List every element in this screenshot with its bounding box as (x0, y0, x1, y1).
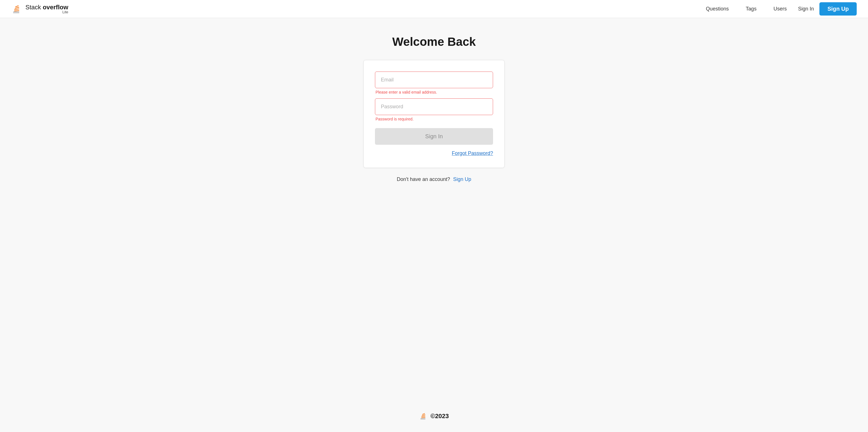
svg-rect-10 (422, 414, 426, 416)
logo-link[interactable]: Stack overflow Lite (11, 3, 68, 15)
footer-logo-icon (419, 412, 428, 421)
nav-questions[interactable]: Questions (706, 6, 729, 12)
signup-prompt-link[interactable]: Sign Up (453, 176, 471, 182)
password-group: Password is required. (375, 98, 493, 121)
page-title: Welcome Back (392, 35, 476, 49)
navbar-signup-button[interactable]: Sign Up (819, 2, 857, 16)
email-error: Please enter a valid email address. (375, 90, 493, 94)
password-error: Password is required. (375, 117, 493, 121)
nav-users[interactable]: Users (773, 6, 786, 12)
svg-rect-4 (15, 7, 19, 9)
login-card: Please enter a valid email address. Pass… (363, 60, 505, 168)
nav-tags[interactable]: Tags (746, 6, 756, 12)
brand-plain: Stack (25, 4, 43, 11)
main-content: Welcome Back Please enter a valid email … (0, 18, 868, 403)
footer-logo: ©2023 (419, 412, 449, 421)
forgot-password-link[interactable]: Forgot Password? (452, 150, 493, 156)
svg-rect-0 (13, 11, 19, 12)
svg-rect-2 (14, 10, 19, 11)
svg-rect-1 (13, 12, 19, 13)
svg-rect-8 (422, 417, 426, 418)
svg-rect-5 (15, 5, 19, 7)
logo-icon (11, 3, 23, 15)
svg-rect-11 (422, 413, 425, 415)
email-group: Please enter a valid email address. (375, 71, 493, 94)
svg-rect-7 (421, 419, 426, 420)
no-account-text: Don't have an account? (397, 176, 450, 182)
navbar-signin-button[interactable]: Sign In (798, 6, 814, 12)
signup-prompt: Don't have an account? Sign Up (397, 176, 471, 182)
svg-rect-9 (422, 415, 426, 417)
footer-copyright: ©2023 (430, 412, 449, 420)
svg-rect-6 (421, 418, 426, 419)
signin-button[interactable]: Sign In (375, 128, 493, 145)
forgot-password-row: Forgot Password? (375, 150, 493, 156)
svg-rect-3 (14, 8, 19, 10)
email-input[interactable] (375, 71, 493, 88)
footer: ©2023 (0, 403, 868, 432)
password-input[interactable] (375, 98, 493, 115)
navbar: Stack overflow Lite Questions Tags Users… (0, 0, 868, 18)
navbar-actions: Sign In Sign Up (798, 2, 857, 16)
main-nav: Questions Tags Users (706, 6, 786, 12)
